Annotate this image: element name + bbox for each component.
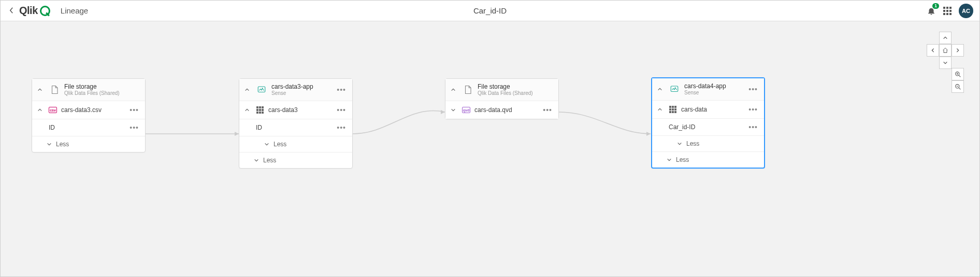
- less-label: Less: [273, 141, 286, 148]
- dataset-label: cars-data: [681, 106, 743, 113]
- pan-up-button[interactable]: [939, 32, 952, 44]
- file-icon: [462, 84, 473, 95]
- more-menu[interactable]: •••: [128, 106, 140, 114]
- notification-badge: 1: [932, 3, 939, 9]
- svg-line-3: [959, 75, 960, 77]
- less-label: Less: [676, 156, 689, 163]
- lineage-node-file-storage-1[interactable]: File storage Qlik Data Files (Shared) cs…: [32, 78, 146, 153]
- collapse-button[interactable]: [242, 105, 252, 115]
- csv-icon: csv: [49, 107, 57, 113]
- more-menu[interactable]: •••: [336, 106, 347, 114]
- collapse-button[interactable]: [35, 85, 45, 94]
- back-button[interactable]: [7, 7, 16, 15]
- node-title: File storage: [478, 83, 553, 90]
- pan-down-button[interactable]: [939, 57, 952, 69]
- zoom-out-button[interactable]: [952, 80, 964, 93]
- less-label: Less: [56, 141, 69, 148]
- zoom-controls: [952, 68, 964, 93]
- node-title: cars-data4-app: [684, 82, 743, 90]
- collapse-button[interactable]: [655, 105, 665, 114]
- field-label: ID: [35, 124, 124, 131]
- more-menu[interactable]: •••: [747, 105, 759, 114]
- logo-q-icon: [40, 6, 50, 16]
- collapse-button[interactable]: [449, 85, 458, 94]
- expand-button[interactable]: [449, 105, 458, 115]
- file-icon: [49, 84, 60, 95]
- node-title: cars-data3-app: [271, 83, 332, 90]
- app-icon: [669, 84, 680, 95]
- dataset-label: cars-data3.csv: [61, 106, 124, 114]
- collapse-less[interactable]: Less: [239, 136, 352, 152]
- breadcrumb-title: Car_id-ID: [473, 6, 507, 15]
- dataset-label: cars-data3: [268, 106, 332, 114]
- field-label: ID: [242, 124, 332, 131]
- collapse-button[interactable]: [655, 85, 665, 94]
- more-menu[interactable]: •••: [747, 85, 759, 93]
- qvd-icon: qvd: [462, 107, 470, 113]
- zoom-in-button[interactable]: [952, 68, 964, 80]
- node-subtitle: Sense: [271, 90, 332, 96]
- lineage-canvas[interactable]: File storage Qlik Data Files (Shared) cs…: [1, 21, 979, 276]
- less-label: Less: [263, 157, 276, 164]
- node-subtitle: Sense: [684, 90, 743, 96]
- lineage-edges: [1, 21, 979, 276]
- pan-controls: [927, 32, 964, 69]
- app-icon: [256, 84, 267, 95]
- app-launcher-icon[interactable]: [943, 7, 952, 15]
- logo-text: Qlik: [19, 5, 38, 17]
- table-icon: [256, 106, 264, 114]
- avatar[interactable]: AC: [959, 4, 973, 18]
- dataset-label: cars-data.qvd: [474, 106, 538, 114]
- notifications-button[interactable]: 1: [927, 6, 936, 16]
- less-label: Less: [686, 140, 699, 147]
- more-menu[interactable]: •••: [336, 86, 347, 94]
- lineage-node-app-1[interactable]: cars-data3-app Sense ••• cars-data3 ••• …: [239, 78, 353, 169]
- pan-left-button[interactable]: [927, 44, 939, 57]
- pan-right-button[interactable]: [952, 44, 964, 57]
- collapse-less[interactable]: Less: [652, 135, 764, 151]
- qlik-logo: Qlik: [19, 5, 50, 17]
- more-menu[interactable]: •••: [336, 123, 347, 132]
- node-subtitle: Qlik Data Files (Shared): [64, 90, 140, 96]
- lineage-node-file-storage-2[interactable]: File storage Qlik Data Files (Shared) qv…: [445, 78, 559, 119]
- more-menu[interactable]: •••: [747, 123, 759, 131]
- collapse-button[interactable]: [35, 105, 45, 115]
- node-title: File storage: [64, 83, 140, 90]
- pan-home-button[interactable]: [939, 44, 952, 57]
- field-label: Car_id-ID: [655, 123, 743, 131]
- more-menu[interactable]: •••: [128, 123, 140, 132]
- collapse-button[interactable]: [242, 85, 252, 94]
- node-subtitle: Qlik Data Files (Shared): [478, 90, 553, 96]
- table-icon: [669, 105, 677, 114]
- collapse-less[interactable]: Less: [652, 151, 764, 168]
- page-title: Lineage: [61, 6, 88, 15]
- app-header: Qlik Lineage Car_id-ID 1 AC: [1, 1, 979, 21]
- lineage-node-app-2[interactable]: cars-data4-app Sense ••• cars-data ••• C…: [651, 77, 765, 169]
- more-menu[interactable]: •••: [542, 106, 553, 114]
- collapse-less[interactable]: Less: [239, 152, 352, 168]
- collapse-less[interactable]: Less: [32, 136, 145, 152]
- svg-line-7: [959, 88, 960, 89]
